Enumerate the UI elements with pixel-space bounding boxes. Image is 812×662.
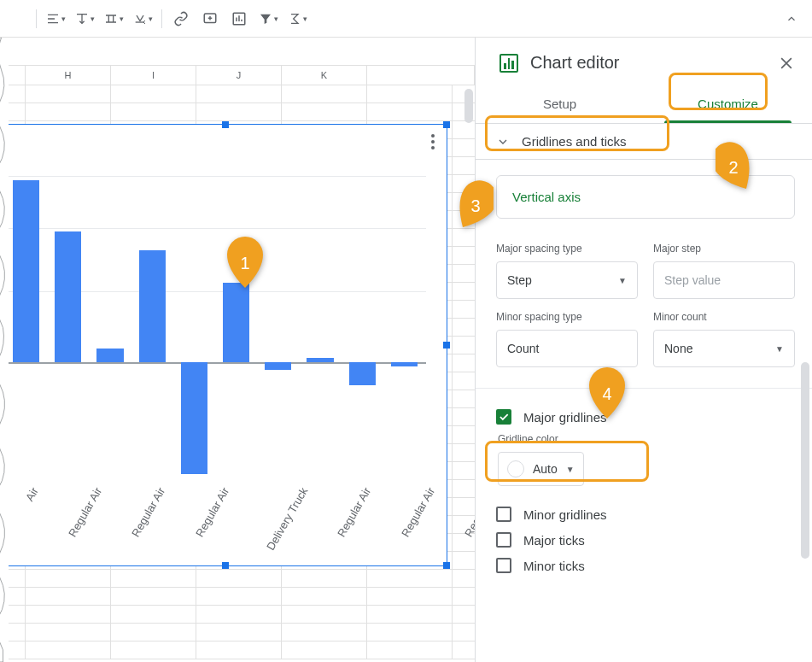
- collapse-toolbar-button[interactable]: [778, 6, 805, 32]
- chart-editor-panel: Chart editor Setup Customize Gridlines a…: [475, 38, 812, 662]
- minor-ticks-row[interactable]: Minor ticks: [496, 553, 795, 578]
- major-step-input[interactable]: Step value: [653, 261, 795, 299]
- chart-bar: [223, 283, 249, 362]
- chart-bar: [391, 362, 418, 366]
- column-header[interactable]: H: [26, 66, 111, 85]
- major-gridlines-label: Major gridlines: [523, 410, 607, 425]
- chart-bar: [139, 250, 166, 362]
- chart-bar: [307, 358, 333, 362]
- major-gridlines-row[interactable]: Major gridlines: [496, 404, 795, 430]
- x-axis-labels: AirRegular AirRegular AirRegular AirDeli…: [4, 473, 426, 559]
- gridline-color-label: Gridline color: [498, 433, 795, 445]
- minor-gridlines-row[interactable]: Minor gridlines: [496, 501, 795, 527]
- axis-selector[interactable]: Vertical axis: [496, 175, 795, 219]
- column-headers: H I J K: [9, 65, 475, 85]
- chart-bar: [181, 362, 207, 474]
- insert-chart-button[interactable]: [225, 6, 253, 32]
- chart-bar: [349, 362, 376, 385]
- minor-ticks-label: Minor ticks: [523, 559, 585, 573]
- major-spacing-type-label: Major spacing type: [496, 243, 638, 255]
- vertical-scrollbar[interactable]: [464, 89, 473, 123]
- chart-bar: [96, 349, 123, 362]
- column-header[interactable]: J: [196, 66, 282, 85]
- section-gridlines-and-ticks[interactable]: Gridlines and ticks: [476, 124, 812, 160]
- text-rotation-button[interactable]: [129, 6, 156, 32]
- gridline-color-select[interactable]: Auto ▼: [498, 452, 584, 486]
- spreadsheet-area[interactable]: H I J K AirRegular AirRegular: [0, 38, 475, 662]
- major-gridlines-checkbox[interactable]: [496, 409, 511, 425]
- formatting-toolbar: [0, 0, 812, 38]
- minor-gridlines-label: Minor gridlines: [523, 507, 607, 522]
- chart-icon: [499, 54, 518, 73]
- torn-edge-decoration: [0, 38, 9, 662]
- filter-button[interactable]: [254, 6, 282, 32]
- minor-count-select[interactable]: None▼: [653, 330, 795, 367]
- chart-menu-button[interactable]: [426, 132, 440, 152]
- insert-link-button[interactable]: [167, 6, 195, 32]
- section-label: Gridlines and ticks: [522, 134, 627, 149]
- text-wrap-button[interactable]: [100, 6, 127, 32]
- tab-customize[interactable]: Customize: [644, 85, 812, 123]
- major-ticks-label: Major ticks: [523, 533, 585, 548]
- axis-selector-label: Vertical axis: [512, 190, 581, 204]
- column-header[interactable]: I: [111, 66, 196, 85]
- chart-bar: [265, 362, 291, 370]
- horizontal-align-button[interactable]: [42, 6, 69, 32]
- insert-comment-button[interactable]: [196, 6, 224, 32]
- panel-scrollbar[interactable]: [801, 362, 809, 559]
- close-button[interactable]: [778, 55, 795, 72]
- major-ticks-checkbox[interactable]: [496, 532, 511, 548]
- functions-button[interactable]: [283, 6, 311, 32]
- column-header[interactable]: [367, 66, 475, 85]
- major-spacing-type-select[interactable]: Step▼: [496, 261, 638, 299]
- embedded-chart[interactable]: AirRegular AirRegular AirRegular AirDeli…: [3, 124, 447, 566]
- minor-gridlines-checkbox[interactable]: [496, 507, 511, 522]
- minor-spacing-type-select[interactable]: Count: [496, 330, 638, 367]
- color-swatch-icon: [507, 460, 524, 477]
- tab-setup[interactable]: Setup: [476, 85, 644, 123]
- column-header[interactable]: K: [282, 66, 367, 85]
- minor-ticks-checkbox[interactable]: [496, 558, 511, 573]
- chevron-down-icon: [496, 135, 510, 149]
- minor-spacing-type-label: Minor spacing type: [496, 311, 638, 323]
- chart-bar: [13, 180, 39, 362]
- editor-tabs: Setup Customize: [476, 85, 812, 124]
- major-step-label: Major step: [653, 243, 795, 255]
- major-ticks-row[interactable]: Major ticks: [496, 527, 795, 553]
- vertical-align-button[interactable]: [71, 6, 98, 32]
- chart-plot-area: [4, 176, 426, 472]
- minor-count-label: Minor count: [653, 311, 795, 323]
- panel-title: Chart editor: [530, 53, 766, 73]
- chart-bar: [55, 231, 81, 362]
